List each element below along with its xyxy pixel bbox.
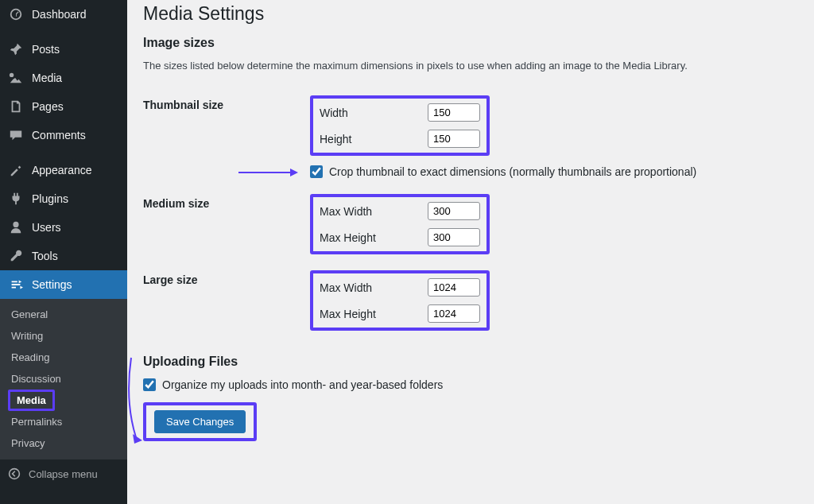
medium-heading: Medium size (143, 186, 302, 262)
organize-uploads-label: Organize my uploads into month- and year… (162, 378, 443, 391)
sidebar-item-dashboard[interactable]: Dashboard (0, 0, 127, 29)
users-icon (8, 219, 24, 235)
sidebar-item-label: Dashboard (32, 8, 87, 21)
media-icon (8, 70, 24, 86)
tools-icon (8, 248, 24, 264)
submenu-item-permalinks[interactable]: Permalinks (0, 411, 127, 432)
admin-sidebar: Dashboard Posts Media Pages Comments (0, 0, 127, 504)
image-sizes-description: The sizes listed below determine the max… (143, 60, 798, 72)
svg-point-0 (10, 469, 20, 479)
dashboard-icon (8, 6, 24, 22)
submenu-item-writing[interactable]: Writing (0, 325, 127, 347)
medium-max-height-input[interactable] (428, 228, 480, 246)
thumbnail-heading: Thumbnail size (143, 87, 302, 186)
sidebar-item-posts[interactable]: Posts (0, 35, 127, 64)
save-changes-button[interactable]: Save Changes (154, 410, 246, 433)
sidebar-item-label: Media (32, 72, 62, 84)
collapse-menu-button[interactable]: Collapse menu (0, 459, 127, 488)
crop-thumbnail-label: Crop thumbnail to exact dimensions (norm… (329, 165, 696, 178)
sidebar-item-label: Tools (32, 250, 58, 262)
large-max-width-input[interactable] (428, 278, 480, 297)
submenu-item-reading[interactable]: Reading (0, 347, 127, 368)
appearance-icon (8, 162, 24, 178)
crop-thumbnail-checkbox[interactable] (310, 165, 323, 178)
large-heading: Large size (143, 262, 302, 339)
large-max-width-label: Max Width (320, 281, 415, 294)
large-max-height-label: Max Height (320, 308, 415, 320)
collapse-icon (8, 467, 21, 480)
sidebar-item-tools[interactable]: Tools (0, 242, 127, 270)
large-max-height-input[interactable] (428, 304, 480, 323)
sidebar-item-users[interactable]: Users (0, 213, 127, 242)
medium-max-height-label: Max Height (320, 231, 415, 244)
medium-max-width-label: Max Width (320, 205, 415, 218)
sidebar-item-settings[interactable]: Settings (0, 270, 127, 299)
page-title: Media Settings (143, 3, 798, 25)
submenu-item-discussion[interactable]: Discussion (0, 368, 127, 390)
sidebar-item-media[interactable]: Media (0, 64, 127, 92)
thumbnail-width-label: Width (320, 107, 415, 119)
thumbnail-height-input[interactable] (428, 130, 480, 148)
submenu-item-media[interactable]: Media (8, 390, 55, 411)
collapse-label: Collapse menu (29, 468, 98, 480)
organize-uploads-checkbox[interactable] (143, 378, 156, 391)
settings-icon (8, 277, 24, 293)
sidebar-item-label: Pages (32, 100, 64, 113)
sidebar-item-label: Plugins (32, 192, 68, 205)
main-content: Media Settings Image sizes The sizes lis… (127, 0, 814, 504)
thumbnail-height-label: Height (320, 133, 415, 145)
sidebar-item-label: Users (32, 221, 61, 234)
submenu-item-general[interactable]: General (0, 304, 127, 325)
pin-icon (8, 41, 24, 57)
comments-icon (8, 127, 24, 143)
svg-marker-3 (133, 434, 142, 444)
sidebar-item-label: Comments (32, 129, 86, 142)
plugins-icon (8, 191, 24, 207)
medium-max-width-input[interactable] (428, 202, 480, 220)
sidebar-item-label: Posts (32, 43, 60, 56)
uploading-files-heading: Uploading Files (143, 355, 798, 369)
pages-icon (8, 99, 24, 114)
sidebar-item-pages[interactable]: Pages (0, 92, 127, 121)
section-image-sizes: Image sizes (143, 36, 798, 50)
sidebar-item-label: Appearance (32, 164, 92, 176)
sidebar-item-comments[interactable]: Comments (0, 121, 127, 149)
thumbnail-width-input[interactable] (428, 103, 480, 122)
settings-submenu: General Writing Reading Discussion Media… (0, 299, 127, 459)
sidebar-item-label: Settings (32, 278, 72, 291)
sidebar-item-plugins[interactable]: Plugins (0, 184, 127, 213)
submenu-item-privacy[interactable]: Privacy (0, 432, 127, 454)
sidebar-item-appearance[interactable]: Appearance (0, 156, 127, 184)
